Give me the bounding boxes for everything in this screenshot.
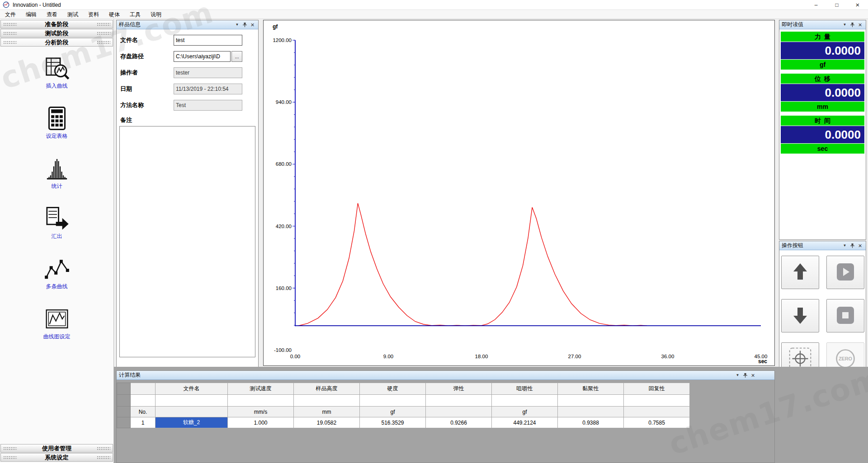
tool-插入曲线[interactable]: 插入曲线	[44, 55, 70, 90]
column-header: 回复性	[624, 383, 690, 395]
data-cell[interactable]: 516.3529	[360, 417, 426, 428]
menu-item-测试[interactable]: 测试	[62, 10, 83, 19]
data-cell[interactable]: 19.0582	[294, 417, 360, 428]
maximize-button[interactable]: □	[826, 0, 847, 10]
insert-curve-icon	[44, 55, 70, 81]
sample-info-body: 文件名 存盘路径 ... 操作者 日期 方法名称 备注	[117, 35, 258, 357]
controls-header[interactable]: 操作按钮 ▼ ×	[779, 241, 866, 250]
chevron-down-icon[interactable]: ▼	[734, 372, 741, 379]
grip-dots	[3, 41, 17, 44]
tool-多条曲线[interactable]: 多条曲线	[44, 256, 70, 290]
jog-up-button[interactable]	[781, 256, 819, 289]
svg-text:gf: gf	[273, 23, 278, 30]
unit-cell	[426, 407, 492, 417]
jog-down-button[interactable]	[781, 299, 819, 332]
operator-label: 操作者	[120, 69, 174, 77]
sidebar-item-准备阶段[interactable]: 准备阶段	[0, 20, 113, 28]
reading-group-0: 力量0.0000gf	[779, 32, 866, 70]
chart-plot: 1200.00940.00680.00420.00160.00-100.000.…	[264, 20, 774, 365]
row-selector[interactable]	[117, 417, 131, 428]
close-icon[interactable]: ×	[249, 21, 256, 28]
tool-label: 曲线图设定	[43, 333, 71, 341]
sidebar-bottom: 使用者管理系统设定	[0, 444, 113, 462]
data-cell[interactable]: 0.7585	[624, 417, 690, 428]
menu-item-说明[interactable]: 说明	[146, 10, 166, 19]
pin-icon[interactable]	[241, 21, 248, 28]
pin-icon[interactable]	[849, 21, 856, 28]
save-path-input[interactable]	[174, 51, 231, 62]
svg-text:36.00: 36.00	[661, 354, 675, 359]
tool-设定表格[interactable]: 设定表格	[44, 105, 70, 140]
stop-button[interactable]	[826, 299, 864, 332]
reading-label: 位移	[781, 74, 864, 84]
data-cell[interactable]: 1.000	[228, 417, 294, 428]
no-header: No.	[131, 407, 156, 417]
selected-cell[interactable]: 软糖_2	[156, 417, 228, 428]
readings-header[interactable]: 即时读值 ▼ ×	[779, 20, 866, 29]
pin-icon[interactable]	[742, 372, 749, 379]
sidebar-item-分析阶段[interactable]: 分析阶段	[0, 38, 113, 47]
window-title: Innovation - Untitled	[13, 2, 61, 8]
tool-统计[interactable]: 统计	[44, 155, 70, 190]
results-panel: 计算结果 ▼ × 文件名测试速度样品高度硬度弹性咀嚼性黏聚性回复性No.mm/s…	[116, 370, 775, 463]
pin-icon[interactable]	[849, 242, 856, 249]
filename-input[interactable]	[174, 35, 242, 46]
start-button[interactable]	[826, 256, 864, 289]
grip-dots	[3, 447, 17, 450]
sample-info-header[interactable]: 样品信息 ▼ ×	[117, 20, 258, 29]
data-cell[interactable]: 0.9388	[558, 417, 624, 428]
menu-item-资料[interactable]: 资料	[83, 10, 104, 19]
column-header: 样品高度	[294, 383, 360, 395]
chevron-down-icon[interactable]: ▼	[841, 242, 848, 249]
close-icon[interactable]: ×	[750, 372, 756, 379]
grip-dots	[97, 447, 110, 450]
method-name-input[interactable]	[174, 100, 242, 111]
svg-text:940.00: 940.00	[276, 99, 292, 105]
menu-item-编辑[interactable]: 编辑	[21, 10, 42, 19]
grip-dots	[3, 23, 17, 26]
tool-曲线图设定[interactable]: 曲线图设定	[43, 306, 71, 341]
close-button[interactable]: ×	[847, 0, 868, 10]
svg-text:27.00: 27.00	[568, 354, 581, 359]
reading-unit: mm	[781, 102, 864, 112]
menu-item-查看[interactable]: 查看	[42, 10, 62, 19]
svg-text:-100.00: -100.00	[274, 347, 292, 353]
close-icon[interactable]: ×	[857, 242, 863, 249]
statistics-icon	[44, 155, 70, 182]
sidebar-item-使用者管理[interactable]: 使用者管理	[0, 444, 113, 453]
results-table: 文件名测试速度样品高度硬度弹性咀嚼性黏聚性回复性No.mm/smmgfgf1软糖…	[117, 383, 774, 428]
remark-textarea[interactable]	[119, 126, 255, 357]
panel-title: 计算结果	[119, 371, 141, 379]
method-name-label: 方法名称	[120, 101, 174, 109]
column-header: 黏聚性	[558, 383, 624, 395]
operator-input[interactable]	[174, 67, 242, 78]
sidebar-tools: 插入曲线设定表格统计汇出多条曲线曲线图设定	[0, 47, 113, 356]
sample-info-panel: 样品信息 ▼ × 文件名 存盘路径 ... 操作者 日期	[116, 20, 259, 369]
menu-item-文件[interactable]: 文件	[0, 10, 21, 19]
force-time-chart: 1200.00940.00680.00420.00160.00-100.000.…	[264, 20, 774, 365]
reading-group-2: 时间0.0000sec	[779, 116, 866, 154]
reading-group-1: 位移0.0000mm	[779, 74, 866, 112]
stop-icon	[835, 304, 856, 327]
sidebar-item-系统设定[interactable]: 系统设定	[0, 453, 113, 462]
unit-cell: mm/s	[228, 407, 294, 417]
save-path-label: 存盘路径	[120, 52, 174, 61]
sidebar-item-测试阶段[interactable]: 测试阶段	[0, 29, 113, 37]
data-cell[interactable]: 449.2124	[492, 417, 558, 428]
date-input[interactable]	[174, 84, 242, 94]
data-cell[interactable]: 0.9266	[426, 417, 492, 428]
browse-button[interactable]: ...	[231, 51, 242, 62]
close-icon[interactable]: ×	[857, 21, 863, 28]
menu-item-工具[interactable]: 工具	[125, 10, 146, 19]
curve-settings-icon	[44, 306, 70, 332]
unit-cell	[624, 407, 690, 417]
row-number[interactable]: 1	[131, 417, 156, 428]
menu-item-硬体[interactable]: 硬体	[104, 10, 125, 19]
tool-汇出[interactable]: 汇出	[44, 206, 70, 240]
readings-panel: 即时读值 ▼ × 力量0.0000gf位移0.0000mm时间0.0000sec	[779, 20, 866, 240]
results-header[interactable]: 计算结果 ▼ ×	[117, 371, 774, 380]
chevron-down-icon[interactable]: ▼	[841, 21, 848, 28]
minimize-button[interactable]: –	[806, 0, 826, 10]
column-header: 咀嚼性	[492, 383, 558, 395]
chevron-down-icon[interactable]: ▼	[234, 21, 241, 28]
